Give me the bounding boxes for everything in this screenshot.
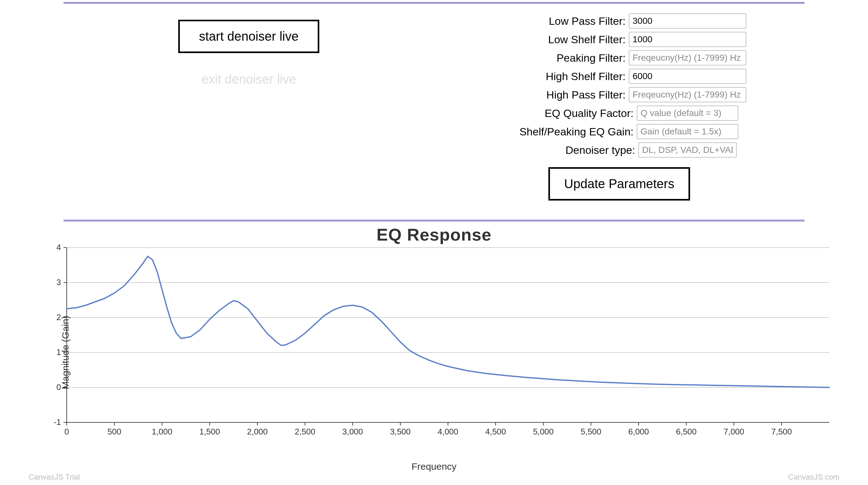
chart-ylabel: Magnitude (Gain) [60, 315, 71, 389]
high-pass-input[interactable] [629, 87, 746, 102]
svg-text:4,000: 4,000 [437, 427, 458, 436]
high-shelf-input[interactable] [629, 69, 746, 84]
svg-text:5,000: 5,000 [533, 427, 554, 436]
svg-text:0: 0 [64, 427, 69, 436]
svg-text:7,000: 7,000 [723, 427, 744, 436]
denoiser-type-label: Denoiser type: [502, 144, 635, 156]
exit-denoiser-button: exit denoiser live [182, 63, 315, 96]
peaking-label: Peaking Filter: [492, 52, 626, 64]
high-shelf-label: High Shelf Filter: [492, 70, 626, 83]
svg-text:7,500: 7,500 [771, 427, 792, 436]
svg-text:6,500: 6,500 [676, 427, 696, 436]
high-pass-label: High Pass Filter: [492, 89, 626, 101]
svg-text:6,000: 6,000 [628, 427, 649, 436]
low-pass-input[interactable] [629, 13, 746, 29]
divider-mid [64, 220, 804, 221]
low-shelf-label: Low Shelf Filter: [492, 33, 626, 46]
update-parameters-button[interactable]: Update Parameters [548, 167, 690, 201]
low-pass-label: Low Pass Filter: [492, 15, 626, 27]
controls-section: start denoiser live exit denoiser live L… [0, 4, 868, 210]
chart-xlabel: Frequency [29, 461, 839, 472]
svg-text:2,500: 2,500 [294, 427, 315, 436]
chart-title: EQ Response [29, 225, 839, 244]
svg-text:3,000: 3,000 [342, 427, 363, 436]
svg-text:5,500: 5,500 [581, 427, 601, 436]
q-factor-label: EQ Quality Factor: [500, 107, 633, 120]
start-denoiser-button[interactable]: start denoiser live [178, 20, 319, 53]
gain-label: Shelf/Peaking EQ Gain: [500, 125, 633, 138]
svg-text:-1: -1 [54, 417, 61, 427]
svg-text:4,500: 4,500 [485, 427, 506, 436]
left-column: start denoiser live exit denoiser live [64, 13, 434, 201]
svg-text:3: 3 [57, 277, 61, 287]
svg-text:4: 4 [57, 244, 61, 252]
low-shelf-input[interactable] [629, 32, 746, 47]
svg-text:1,500: 1,500 [199, 427, 220, 436]
svg-text:500: 500 [107, 427, 121, 436]
q-factor-input[interactable] [637, 105, 738, 121]
svg-text:3,500: 3,500 [390, 427, 410, 436]
chart-container: EQ Response Magnitude (Gain) -1012340500… [29, 225, 839, 472]
svg-text:2,000: 2,000 [247, 427, 268, 436]
watermark-left: CanvasJS Trial [29, 473, 80, 482]
watermark-right: CanvasJS.com [788, 473, 839, 482]
denoiser-type-input[interactable] [638, 142, 737, 158]
right-column: Low Pass Filter: Low Shelf Filter: Peaki… [434, 13, 804, 201]
peaking-input[interactable] [629, 50, 746, 65]
svg-text:1,000: 1,000 [152, 427, 172, 436]
gain-input[interactable] [637, 124, 738, 139]
chart-plot: -10123405001,0001,5002,0002,5003,0003,50… [29, 244, 836, 442]
